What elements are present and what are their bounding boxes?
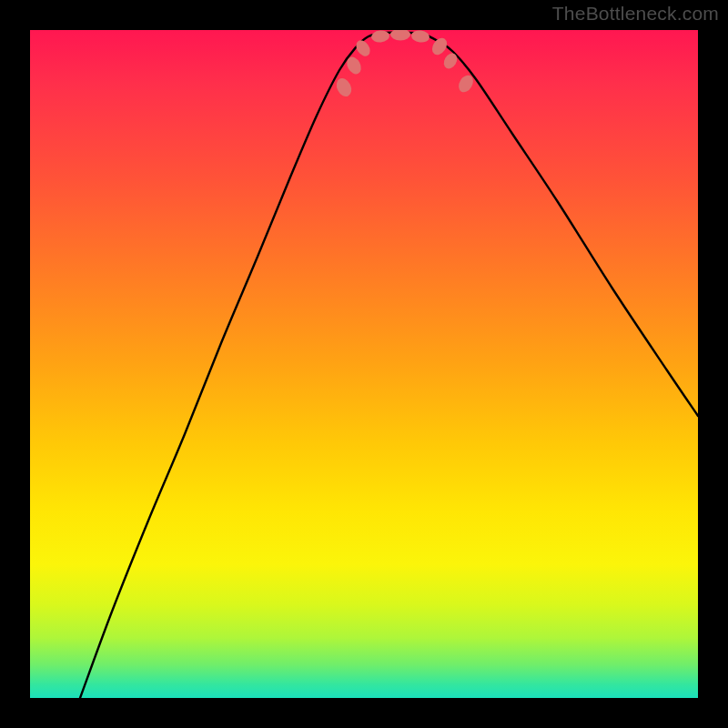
bottleneck-curve [80,33,698,698]
curve-marker [334,76,355,98]
curve-marker [410,30,430,44]
watermark-text: TheBottleneck.com [552,3,719,25]
chart-frame: TheBottleneck.com [0,0,728,728]
plot-area [30,30,698,698]
curve-svg [30,30,698,698]
curve-marker [441,51,460,71]
curve-marker [390,30,410,41]
